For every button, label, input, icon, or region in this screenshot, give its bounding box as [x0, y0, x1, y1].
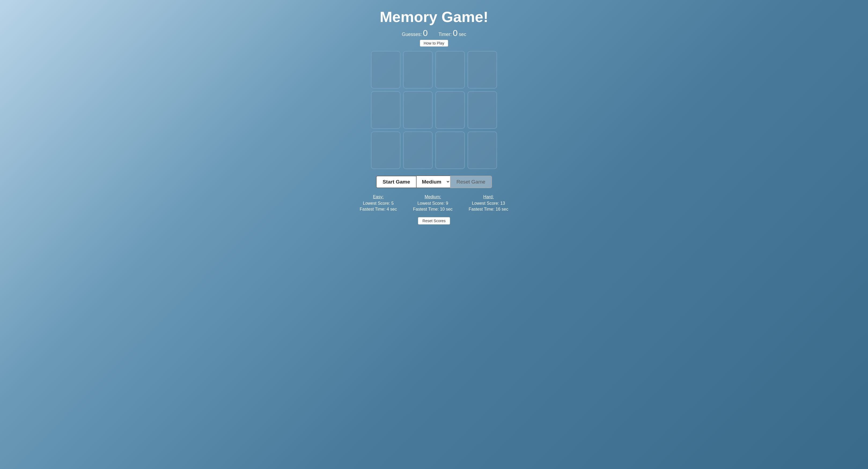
card-11[interactable]: [435, 131, 465, 169]
medium-scores: Medium: Lowest Score: 9 Fastest Time: 10…: [413, 195, 453, 212]
page-title: Memory Game!: [380, 8, 489, 26]
card-10[interactable]: [403, 131, 433, 169]
controls-row: Start Game Easy Medium Hard Reset Game: [376, 175, 492, 188]
card-8[interactable]: [468, 91, 497, 129]
easy-label: Easy:: [373, 195, 383, 199]
guesses-label: Guesses:: [402, 32, 422, 37]
start-game-button[interactable]: Start Game: [376, 176, 416, 188]
timer-label: Timer:: [439, 32, 452, 37]
guesses-value: 0: [423, 28, 428, 38]
hard-lowest-score: Lowest Score: 13: [472, 201, 505, 206]
card-4[interactable]: [468, 51, 497, 89]
hard-label: Hard:: [483, 195, 494, 199]
card-3[interactable]: [435, 51, 465, 89]
reset-scores-button[interactable]: Reset Scores: [418, 217, 450, 225]
easy-fastest-time: Fastest Time: 4 sec: [360, 207, 397, 212]
hard-fastest-time: Fastest Time: 16 sec: [469, 207, 508, 212]
how-to-play-button[interactable]: How to Play: [420, 40, 448, 47]
card-1[interactable]: [371, 51, 400, 89]
card-6[interactable]: [403, 91, 433, 129]
card-grid: [371, 51, 497, 169]
card-12[interactable]: [468, 131, 497, 169]
card-5[interactable]: [371, 91, 400, 129]
medium-label: Medium:: [425, 195, 441, 199]
reset-game-button[interactable]: Reset Game: [450, 176, 492, 188]
easy-lowest-score: Lowest Score: 5: [363, 201, 394, 206]
difficulty-select[interactable]: Easy Medium Hard: [416, 175, 450, 188]
scores-section: Easy: Lowest Score: 5 Fastest Time: 4 se…: [360, 195, 508, 212]
card-2[interactable]: [403, 51, 433, 89]
timer-unit: sec: [459, 32, 466, 37]
medium-fastest-time: Fastest Time: 10 sec: [413, 207, 453, 212]
hard-scores: Hard: Lowest Score: 13 Fastest Time: 16 …: [469, 195, 508, 212]
timer-value: 0: [453, 28, 458, 38]
easy-scores: Easy: Lowest Score: 5 Fastest Time: 4 se…: [360, 195, 397, 212]
card-7[interactable]: [435, 91, 465, 129]
medium-lowest-score: Lowest Score: 9: [417, 201, 448, 206]
card-9[interactable]: [371, 131, 400, 169]
